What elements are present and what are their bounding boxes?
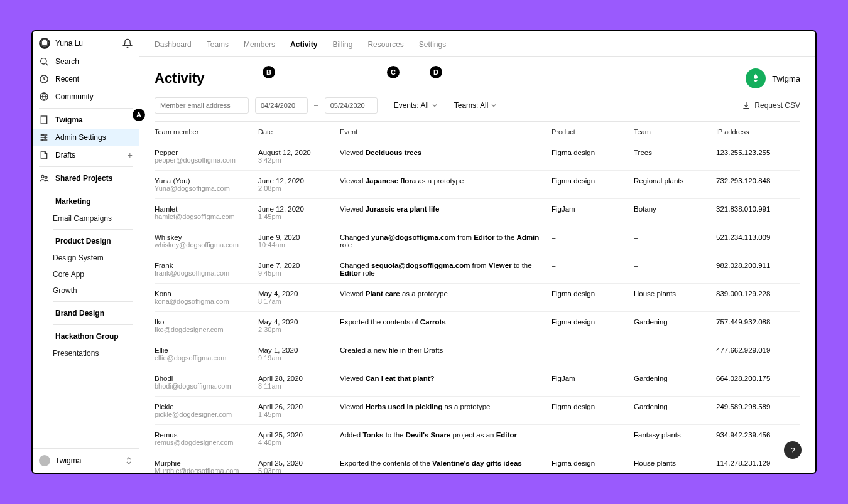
tab-settings[interactable]: Settings — [419, 40, 446, 49]
chevron-down-icon — [432, 102, 438, 109]
row-member-email: pickle@dogdesigner.com — [155, 410, 258, 418]
table-row[interactable]: Bhodibhodi@dogsoffigma.comApril 28, 2020… — [155, 368, 800, 397]
row-time: 4:40pm — [258, 439, 340, 446]
events-filter-label: Events: All — [394, 101, 429, 110]
row-team: – — [634, 233, 716, 241]
row-date: May 4, 2020 — [258, 318, 340, 326]
row-ip: 934.942.239.456 — [716, 431, 798, 439]
table-row[interactable]: Ellieellie@dogsoffigma.comMay 1, 20209:1… — [155, 340, 800, 368]
row-time: 9:19am — [258, 354, 340, 362]
row-ip: 114.278.231.129 — [716, 459, 798, 467]
building-icon — [39, 115, 49, 125]
help-button[interactable]: ? — [784, 441, 802, 459]
teams-filter[interactable]: Teams: All — [454, 101, 497, 110]
annotation-marker-a: A — [133, 109, 145, 121]
tab-billing[interactable]: Billing — [332, 40, 352, 49]
tab-teams[interactable]: Teams — [207, 40, 229, 49]
annotation-marker-b: B — [263, 66, 275, 78]
row-member-name: Yuna (You) — [155, 177, 258, 185]
sidebar-project-core-app[interactable]: Core App — [33, 266, 139, 282]
row-team: Gardening — [634, 318, 716, 326]
sidebar-team-product-design[interactable]: Product Design — [33, 232, 139, 250]
row-ip: 982.028.200.911 — [716, 262, 798, 269]
row-time: 8:11am — [258, 382, 340, 390]
tab-resources[interactable]: Resources — [367, 40, 403, 49]
sidebar-team-brand-design[interactable]: Brand Design — [33, 304, 139, 322]
row-member-email: remus@dogdesigner.com — [155, 439, 258, 446]
download-icon — [742, 101, 751, 110]
table-row[interactable]: IkoIko@dogdesigner.comMay 4, 20202:30pmE… — [155, 312, 800, 340]
row-event: Viewed Japanese flora as a prototype — [340, 177, 552, 185]
file-icon — [39, 150, 49, 160]
date-to-input[interactable] — [325, 97, 378, 114]
add-draft-button[interactable]: + — [128, 150, 133, 160]
tab-dashboard[interactable]: Dashboard — [155, 40, 192, 49]
org-avatar-icon — [39, 455, 50, 466]
row-ip: 664.028.200.175 — [716, 375, 798, 382]
row-product: Figma design — [552, 177, 634, 185]
sidebar-item-twigma[interactable]: Twigma — [33, 111, 139, 129]
row-member-name: Remus — [155, 431, 258, 439]
clock-icon — [39, 74, 49, 84]
row-time: 5:03pm — [258, 467, 340, 473]
sidebar-item-shared-projects[interactable]: Shared Projects — [33, 169, 139, 187]
date-from-input[interactable] — [255, 97, 308, 114]
sidebar-team-hackathon-group[interactable]: Hackathon Group — [33, 328, 139, 345]
table-row[interactable]: Konakona@dogsoffigma.comMay 4, 20208:17a… — [155, 284, 800, 312]
sidebar-item-admin-settings[interactable]: Admin Settings — [33, 129, 139, 146]
page-title: Activity — [155, 70, 204, 87]
sidebar-label: Drafts — [55, 151, 75, 159]
row-member-email: frank@dogsoffigma.com — [155, 269, 258, 277]
row-ip: 521.234.113.009 — [716, 233, 798, 241]
sidebar-project-design-system[interactable]: Design System — [33, 250, 139, 266]
row-member-email: Iko@dogdesigner.com — [155, 326, 258, 333]
member-email-input[interactable] — [155, 97, 249, 114]
table-row[interactable]: Yuna (You)Yuna@dogsoffigma.comJune 12, 2… — [155, 171, 800, 199]
row-time: 3:42pm — [258, 156, 340, 164]
table-row[interactable]: Whiskeywhiskey@dogsoffigma.comJune 9, 20… — [155, 227, 800, 255]
row-product: – — [552, 431, 634, 439]
tab-members[interactable]: Members — [244, 40, 275, 49]
chevron-up-down-icon — [125, 456, 133, 465]
row-member-email: kona@dogsoffigma.com — [155, 298, 258, 305]
main-panel: DashboardTeamsMembersActivityBillingReso… — [139, 31, 815, 473]
sidebar-project-presentations[interactable]: Presentations — [33, 345, 139, 362]
table-row[interactable]: Hamlethamlet@dogsoffigma.comJune 12, 202… — [155, 199, 800, 227]
row-event: Viewed Jurassic era plant life — [340, 205, 552, 213]
row-event: Viewed Deciduous trees — [340, 149, 552, 156]
sidebar-item-search[interactable]: Search — [33, 53, 139, 70]
table-row[interactable]: Frankfrank@dogsoffigma.comJune 7, 20209:… — [155, 255, 800, 284]
table-row[interactable]: Remusremus@dogdesigner.comApril 25, 2020… — [155, 425, 800, 453]
table-row[interactable]: MurphieMurphie@dogsoffigma.comApril 25, … — [155, 453, 800, 473]
table-header: Team member Date Event Product Team IP a… — [155, 122, 800, 142]
row-team: – — [634, 262, 716, 269]
row-member-name: Pickle — [155, 403, 258, 410]
table-row[interactable]: Picklepickle@dogdesigner.comApril 26, 20… — [155, 397, 800, 425]
sidebar-org-switcher[interactable]: Twigma — [33, 448, 139, 473]
row-time: 10:44am — [258, 241, 340, 249]
row-time: 2:08pm — [258, 185, 340, 192]
tab-activity[interactable]: Activity — [290, 40, 317, 49]
top-nav: DashboardTeamsMembersActivityBillingReso… — [139, 31, 815, 57]
row-member-name: Kona — [155, 290, 258, 298]
sidebar-project-growth[interactable]: Growth — [33, 282, 139, 299]
row-product: Figma design — [552, 290, 634, 298]
sidebar-item-drafts[interactable]: Drafts + — [33, 146, 139, 164]
row-product: Figma design — [552, 318, 634, 326]
table-row[interactable]: Pepperpepper@dogsoffigma.comAugust 12, 2… — [155, 142, 800, 171]
row-member-name: Pepper — [155, 149, 258, 156]
sidebar-label: Twigma — [55, 115, 83, 124]
col-event: Event — [340, 128, 552, 136]
sidebar-item-community[interactable]: Community — [33, 88, 139, 105]
sidebar-team-marketing[interactable]: Marketing — [33, 193, 139, 210]
row-member-name: Ellie — [155, 346, 258, 354]
request-csv-button[interactable]: Request CSV — [742, 101, 800, 110]
sidebar-item-recent[interactable]: Recent — [33, 70, 139, 88]
notifications-icon[interactable] — [122, 38, 133, 48]
sidebar-user[interactable]: Yuna Lu — [33, 31, 139, 53]
row-time: 1:45pm — [258, 410, 340, 418]
sidebar-project-email-campaigns[interactable]: Email Campaigns — [33, 210, 139, 227]
events-filter[interactable]: Events: All — [394, 101, 438, 110]
org-badge[interactable]: Twigma — [746, 68, 800, 88]
row-date: June 12, 2020 — [258, 177, 340, 185]
